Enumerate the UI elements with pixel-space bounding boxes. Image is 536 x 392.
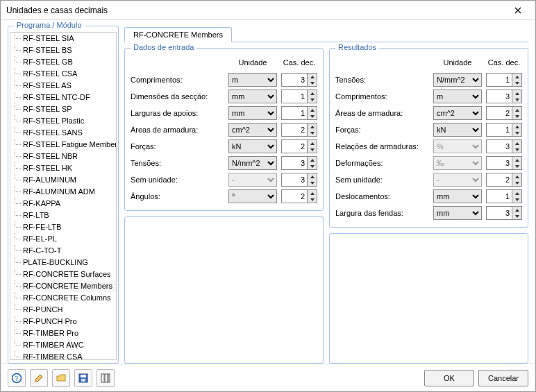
dec-input[interactable] xyxy=(487,190,512,203)
dec-input[interactable] xyxy=(282,90,307,103)
dec-spinner[interactable] xyxy=(281,156,317,170)
spin-up-button[interactable] xyxy=(308,107,317,113)
unit-select[interactable]: mm xyxy=(228,106,277,120)
module-tree-item[interactable]: RF-STEEL NBR xyxy=(20,151,116,162)
module-tree-item[interactable]: RF-PUNCH xyxy=(20,304,116,316)
dec-spinner[interactable] xyxy=(486,189,522,203)
module-tree-item[interactable]: RF-CONCRETE Columns xyxy=(20,292,116,304)
module-tree-item[interactable]: RF-STEEL NTC-DF xyxy=(20,92,116,103)
help-button[interactable]: ? xyxy=(8,369,26,387)
spin-up-button[interactable] xyxy=(308,123,317,130)
module-tree-item[interactable]: RF-STEEL CSA xyxy=(20,68,116,80)
unit-select[interactable]: m xyxy=(228,73,277,87)
module-tree-item[interactable]: RF-ALUMINUM xyxy=(20,174,116,186)
unit-select[interactable]: cm^2 xyxy=(228,123,277,137)
spin-up-button[interactable] xyxy=(512,140,521,146)
spin-up-button[interactable] xyxy=(512,107,521,113)
module-tree-item[interactable]: RF-STEEL SANS xyxy=(20,127,116,139)
module-tree-item[interactable]: RF-STEEL AS xyxy=(20,80,116,92)
dec-spinner[interactable] xyxy=(486,73,522,87)
module-tree-item[interactable]: RF-STEEL BS xyxy=(20,44,116,56)
module-tree-item[interactable]: RF-ALUMINUM ADM xyxy=(20,186,116,198)
unit-select[interactable]: mm xyxy=(228,90,277,103)
dec-input[interactable] xyxy=(282,123,307,136)
cancel-button[interactable]: Cancelar xyxy=(478,370,528,386)
dec-spinner[interactable] xyxy=(486,106,522,120)
dec-input[interactable] xyxy=(487,173,512,186)
spin-down-button[interactable] xyxy=(512,130,521,136)
spin-up-button[interactable] xyxy=(512,74,521,80)
tab-rf-concrete-members[interactable]: RF-CONCRETE Members xyxy=(124,27,232,42)
columns-button[interactable] xyxy=(97,369,115,387)
module-tree-item[interactable]: RF-TIMBER CSA xyxy=(20,351,116,360)
spin-up-button[interactable] xyxy=(308,190,317,196)
module-tree-item[interactable]: RF-TIMBER AWC xyxy=(20,339,116,351)
spin-up-button[interactable] xyxy=(512,190,521,196)
spin-down-button[interactable] xyxy=(512,213,521,219)
edit-button[interactable] xyxy=(30,369,48,387)
dec-spinner[interactable] xyxy=(486,123,522,137)
module-tree-item[interactable]: RF-STEEL SIA xyxy=(20,33,116,44)
dec-spinner[interactable] xyxy=(486,90,522,103)
dec-input[interactable] xyxy=(282,190,307,203)
spin-up-button[interactable] xyxy=(512,123,521,130)
dec-spinner[interactable] xyxy=(486,206,522,220)
spin-down-button[interactable] xyxy=(308,113,317,119)
dec-spinner[interactable] xyxy=(486,139,522,153)
spin-down-button[interactable] xyxy=(308,80,317,86)
unit-select[interactable]: kN xyxy=(433,123,482,137)
spin-down-button[interactable] xyxy=(308,163,317,169)
dec-input[interactable] xyxy=(282,157,307,169)
module-tree-item[interactable]: RF-LTB xyxy=(20,210,116,221)
unit-select[interactable]: N/mm^2 xyxy=(433,73,482,87)
open-button[interactable] xyxy=(52,369,70,387)
dec-spinner[interactable] xyxy=(281,106,317,120)
module-tree-item[interactable]: RF-FE-LTB xyxy=(20,221,116,233)
module-tree-item[interactable]: RF-EL-PL xyxy=(20,233,116,245)
ok-button[interactable]: OK xyxy=(424,370,474,386)
spin-down-button[interactable] xyxy=(512,96,521,103)
spin-down-button[interactable] xyxy=(308,180,317,186)
spin-up-button[interactable] xyxy=(308,90,317,96)
module-tree-item[interactable]: RF-C-TO-T xyxy=(20,245,116,257)
spin-up-button[interactable] xyxy=(308,140,317,146)
dec-input[interactable] xyxy=(487,157,512,169)
dec-input[interactable] xyxy=(487,90,512,103)
unit-select[interactable]: mm xyxy=(433,206,482,220)
unit-select[interactable]: m xyxy=(433,90,482,103)
spin-up-button[interactable] xyxy=(512,207,521,213)
dec-input[interactable] xyxy=(282,74,307,86)
dec-spinner[interactable] xyxy=(281,189,317,203)
spin-up-button[interactable] xyxy=(308,74,317,80)
module-tree-item[interactable]: RF-PUNCH Pro xyxy=(20,316,116,327)
spin-down-button[interactable] xyxy=(512,113,521,119)
module-tree-item[interactable]: RF-STEEL SP xyxy=(20,103,116,115)
spin-down-button[interactable] xyxy=(308,146,317,153)
dec-input[interactable] xyxy=(282,173,307,186)
unit-select[interactable]: ° xyxy=(228,189,277,203)
module-tree-item[interactable]: RF-CONCRETE Surfaces xyxy=(20,269,116,280)
spin-down-button[interactable] xyxy=(308,130,317,136)
module-tree-item[interactable]: RF-STEEL Plastic xyxy=(20,115,116,127)
dec-spinner[interactable] xyxy=(281,123,317,137)
spin-up-button[interactable] xyxy=(512,173,521,180)
module-tree-item[interactable]: RF-TIMBER Pro xyxy=(20,327,116,339)
dec-input[interactable] xyxy=(487,123,512,136)
module-tree-item[interactable]: PLATE-BUCKLING xyxy=(20,257,116,269)
spin-down-button[interactable] xyxy=(512,146,521,153)
dec-spinner[interactable] xyxy=(486,156,522,170)
dec-input[interactable] xyxy=(282,140,307,153)
module-tree[interactable]: RF-STEEL SIARF-STEEL BSRF-STEEL GBRF-STE… xyxy=(10,32,117,360)
unit-select[interactable]: cm^2 xyxy=(433,106,482,120)
unit-select[interactable]: mm xyxy=(433,189,482,203)
spin-down-button[interactable] xyxy=(512,196,521,203)
dec-spinner[interactable] xyxy=(486,173,522,187)
dec-spinner[interactable] xyxy=(281,90,317,103)
module-tree-item[interactable]: RF-KAPPA xyxy=(20,198,116,210)
module-tree-item[interactable]: RF-STEEL HK xyxy=(20,162,116,174)
spin-up-button[interactable] xyxy=(512,157,521,163)
dec-input[interactable] xyxy=(487,107,512,119)
module-tree-item[interactable]: RF-CONCRETE Members xyxy=(20,280,116,292)
dec-spinner[interactable] xyxy=(281,173,317,187)
spin-down-button[interactable] xyxy=(308,196,317,203)
